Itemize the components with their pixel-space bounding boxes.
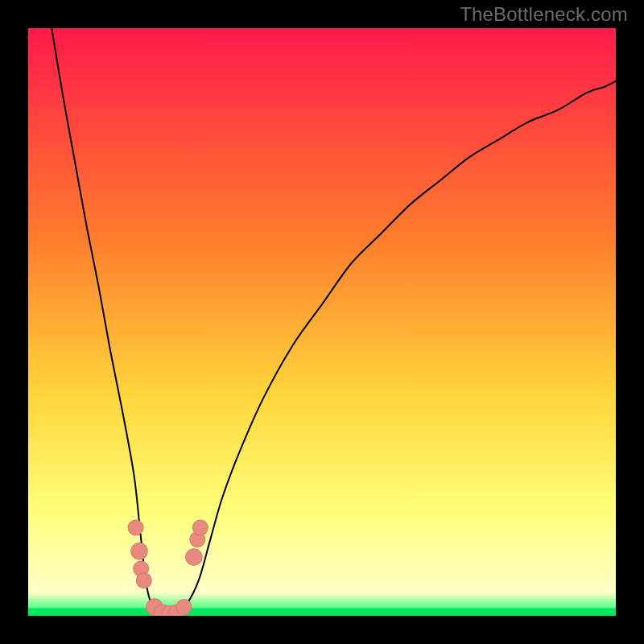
gradient-background: [28, 28, 616, 616]
green-baseline: [28, 609, 616, 616]
curve-marker: [176, 600, 192, 615]
curve-marker: [186, 549, 202, 565]
curve-marker: [128, 520, 143, 535]
chart-frame: TheBottleneck.com: [0, 0, 644, 644]
curve-marker: [192, 520, 208, 535]
curve-marker: [131, 543, 147, 559]
watermark-text: TheBottleneck.com: [460, 3, 628, 26]
plot-area: [28, 28, 616, 616]
curve-marker: [136, 573, 151, 588]
bottleneck-chart: [28, 28, 616, 616]
